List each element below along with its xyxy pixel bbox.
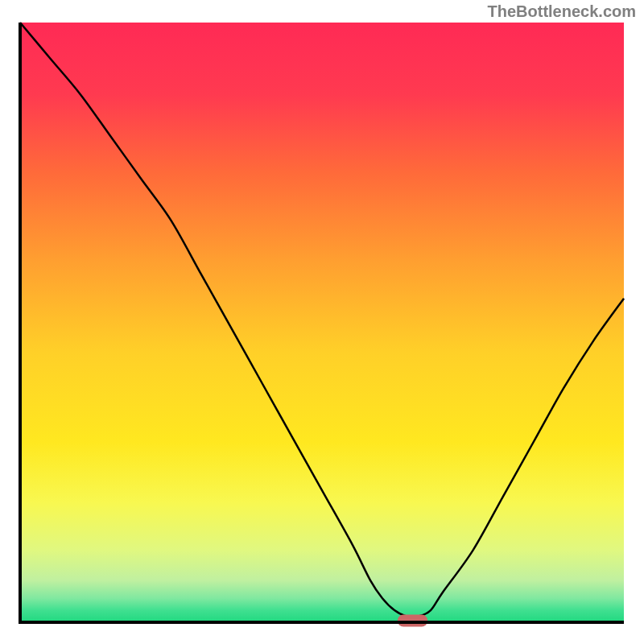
chart-container: TheBottleneck.com <box>0 0 644 644</box>
watermark-text: TheBottleneck.com <box>488 2 636 21</box>
gradient-background <box>20 23 624 622</box>
bottleneck-chart <box>0 0 644 644</box>
